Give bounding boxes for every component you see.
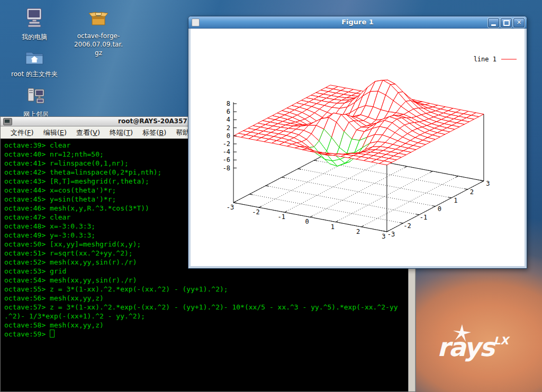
figure-plot-area: -3-2-10123-3-2-1012386420-2-4-6-8line 1 bbox=[191, 29, 525, 266]
mesh3d-plot: -3-2-10123-3-2-1012386420-2-4-6-8line 1 bbox=[191, 29, 525, 266]
desktop-icon-network-places[interactable]: 网上邻居 bbox=[11, 87, 61, 118]
svg-text:6: 6 bbox=[227, 108, 230, 115]
home-folder-icon bbox=[9, 50, 60, 68]
figure-titlebar[interactable]: Figure 1 ✕ bbox=[188, 16, 527, 29]
svg-text:-4: -4 bbox=[223, 148, 230, 156]
terminal-line: octave:55> z = 3*(1-xx).^2.*exp(-(xx.^2)… bbox=[4, 285, 408, 294]
menu-view[interactable]: 查看(V) bbox=[71, 127, 105, 139]
desktop-icon-root-home[interactable]: root 的主文件夹 bbox=[9, 50, 60, 78]
svg-text:-1: -1 bbox=[277, 213, 285, 221]
icon-label-line: gz bbox=[71, 49, 126, 57]
svg-text:1: 1 bbox=[331, 223, 335, 231]
network-computers-icon bbox=[11, 87, 61, 108]
close-button[interactable]: ✕ bbox=[513, 18, 525, 28]
window-controls: ✕ bbox=[488, 18, 525, 28]
maximize-icon bbox=[503, 20, 510, 26]
svg-text:-2: -2 bbox=[252, 208, 259, 216]
svg-text:-2: -2 bbox=[223, 140, 230, 148]
svg-text:3: 3 bbox=[382, 233, 385, 240]
svg-text:-2: -2 bbox=[403, 222, 411, 230]
brand-text-first: r bbox=[437, 332, 449, 362]
terminal-line: octave:58> mesh(xx,yy,z) bbox=[4, 321, 408, 330]
svg-text:0: 0 bbox=[305, 218, 309, 225]
package-box-icon bbox=[71, 11, 126, 30]
svg-text:2: 2 bbox=[470, 188, 474, 196]
svg-text:0: 0 bbox=[227, 132, 230, 140]
terminal-cursor bbox=[50, 330, 55, 338]
terminal-title: root@RAYS-20A357 bbox=[118, 117, 187, 125]
menu-tabs[interactable]: 标签(B) bbox=[138, 127, 171, 139]
svg-text:-3: -3 bbox=[227, 204, 234, 211]
svg-text:-8: -8 bbox=[223, 165, 230, 172]
desktop-icon-octave-archive[interactable]: octave-forge- 2006.07.09.tar. gz bbox=[71, 11, 126, 57]
svg-text:2: 2 bbox=[227, 124, 230, 132]
menu-edit[interactable]: 编辑(E) bbox=[39, 127, 71, 139]
terminal-line: octave:54> mesh(xx,yy,sin(r)./r) bbox=[4, 276, 408, 285]
terminal-line: octave:59> bbox=[4, 330, 408, 339]
icon-label: root 的主文件夹 bbox=[11, 70, 58, 78]
plot-legend: line 1 bbox=[474, 56, 517, 63]
terminal-app-icon bbox=[3, 118, 12, 125]
svg-text:-1: -1 bbox=[420, 214, 427, 221]
computer-icon bbox=[9, 7, 60, 31]
maximize-button[interactable] bbox=[501, 18, 512, 28]
icon-label: 我的电脑 bbox=[22, 33, 47, 41]
menu-file[interactable]: 文件(F) bbox=[6, 127, 39, 139]
terminal-line: .^2)- 1/3*exp(-(xx+1).^2 - yy.^2); bbox=[4, 312, 408, 321]
star-icon bbox=[453, 316, 471, 350]
desktop-icon-my-computer[interactable]: 我的电脑 bbox=[9, 7, 60, 41]
close-icon: ✕ bbox=[517, 19, 521, 26]
svg-text:line 1: line 1 bbox=[474, 56, 496, 63]
svg-text:-6: -6 bbox=[223, 156, 230, 163]
svg-text:3: 3 bbox=[486, 180, 490, 187]
minimize-button[interactable] bbox=[488, 18, 499, 28]
svg-text:8: 8 bbox=[227, 100, 230, 107]
minimize-icon bbox=[491, 24, 496, 26]
icon-label-line: 2006.07.09.tar. bbox=[71, 40, 126, 49]
svg-text:4: 4 bbox=[227, 116, 230, 123]
brand-suffix: LX bbox=[493, 334, 508, 347]
desktop: raysLX 我的电脑 octave-forge- 2006.07 bbox=[0, 0, 542, 392]
svg-text:1: 1 bbox=[454, 197, 457, 204]
terminal-line: octave:57> z = 3*(1-xx).^2.*exp(-(xx.^2)… bbox=[4, 303, 408, 312]
svg-text:2: 2 bbox=[356, 228, 360, 235]
svg-text:0: 0 bbox=[438, 205, 441, 213]
icon-label-line: octave-forge- bbox=[71, 32, 126, 40]
wallpaper-brand-logo: raysLX bbox=[437, 324, 542, 366]
svg-text:-3: -3 bbox=[387, 231, 395, 238]
menu-terminal[interactable]: 终端(T) bbox=[105, 127, 138, 139]
figure-title: Figure 1 bbox=[188, 18, 527, 26]
terminal-line: octave:56> mesh(xx,yy,z) bbox=[4, 294, 408, 303]
figure-window: Figure 1 ✕ -3-2-10123-3-2-1012386420-2-4… bbox=[188, 16, 527, 269]
